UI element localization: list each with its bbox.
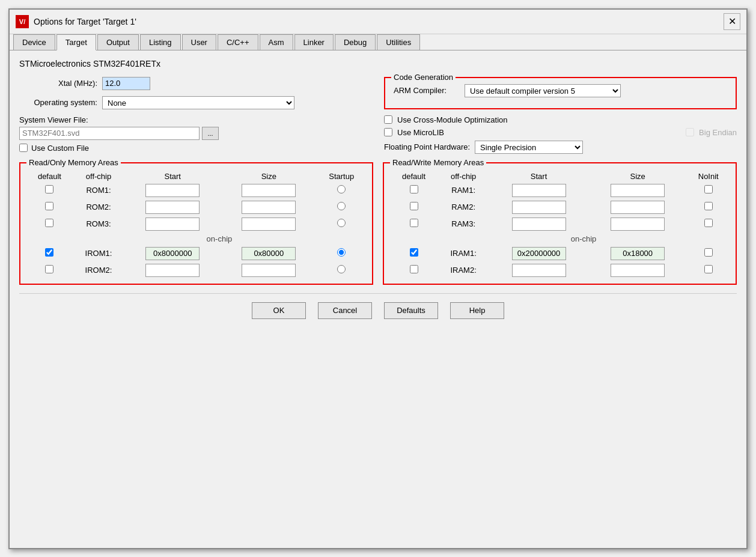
tab-output[interactable]: Output [97,34,139,50]
read-write-title: Read/Write Memory Areas [390,158,486,167]
rom2-start-input[interactable] [145,201,200,214]
irom1-default-check[interactable] [45,248,53,257]
cross-module-checkbox[interactable] [384,115,392,124]
iram1-start-input[interactable] [512,247,566,260]
right-top-panel: Code Generation ARM Compiler: Use defaul… [384,77,737,154]
iram2-start-input[interactable] [512,264,566,277]
read-write-table: default off-chip Start Size NoInit RAM1: [390,171,730,279]
svd-browse-button[interactable]: ... [202,127,219,140]
use-custom-checkbox[interactable] [19,144,28,152]
rom1-default-check[interactable] [45,185,53,193]
rom3-size-input[interactable] [242,218,296,231]
tab-cpp[interactable]: C/C++ [218,34,258,50]
tab-listing[interactable]: Listing [140,34,181,50]
iram1-default-check[interactable] [410,248,418,257]
big-endian-checkbox[interactable] [686,128,694,136]
iram2-label: IRAM2: [437,262,489,279]
irom2-startup-radio[interactable] [337,265,346,273]
ram1-default-check[interactable] [410,185,418,193]
rom2-startup-radio[interactable] [337,202,346,210]
rom1-size-input[interactable] [242,184,296,197]
fpu-select[interactable]: Not Used Single Precision Double Precisi… [475,141,583,154]
rom3-default-check[interactable] [45,219,53,227]
tab-linker[interactable]: Linker [294,34,334,50]
rom3-startup-radio[interactable] [337,219,346,227]
irom1-startup-radio[interactable] [337,248,346,257]
rom2-default-check[interactable] [45,202,53,210]
irom2-label: IROM2: [73,262,124,279]
irom2-start-input[interactable] [145,264,200,277]
tab-utilities[interactable]: Utilities [377,34,420,50]
rom1-start-input[interactable] [145,184,200,197]
tab-user[interactable]: User [182,34,216,50]
ram2-start-input[interactable] [512,201,566,214]
os-select[interactable]: None RTX Kernel CMSIS-RTOS RTX [102,96,294,109]
ram3-noinit-check[interactable] [704,219,713,227]
ro-col-default: default [26,171,73,182]
irom2-default-check[interactable] [45,265,53,273]
cross-module-label: Use Cross-Module Optimization [397,115,508,124]
iram2-size-input[interactable] [611,264,665,277]
rw-col-size: Size [588,171,687,182]
tab-asm[interactable]: Asm [260,34,293,50]
table-row: RAM1: [390,182,730,199]
ram2-default-check[interactable] [410,202,418,210]
content-area: STMicroelectronics STM32F401RETx Xtal (M… [10,50,746,336]
read-only-table: default off-chip Start Size Startup ROM1… [26,171,366,279]
svd-input[interactable] [19,127,200,140]
rom2-label: ROM2: [73,199,124,216]
microlib-label: Use MicroLIB [397,128,444,137]
tab-device[interactable]: Device [13,34,55,50]
top-section: Xtal (MHz): Operating system: None RTX K… [19,77,737,154]
left-top-panel: Xtal (MHz): Operating system: None RTX K… [19,77,372,154]
bottom-bar: OK Cancel Defaults Help [19,293,737,327]
ram3-start-input[interactable] [512,218,566,231]
ram2-noinit-check[interactable] [704,202,713,210]
iram1-size-input[interactable] [611,247,665,260]
irom2-size-input[interactable] [242,264,296,277]
microlib-checkbox[interactable] [384,128,392,136]
close-button[interactable]: ✕ [724,13,740,30]
tab-debug[interactable]: Debug [335,34,376,50]
iram2-noinit-check[interactable] [704,265,713,273]
compiler-select[interactable]: Use default compiler version 5 Use defau… [465,84,621,97]
table-row: IRAM2: [390,262,730,279]
table-row: RAM2: [390,199,730,216]
tab-target[interactable]: Target [56,34,96,50]
xtal-input[interactable] [102,77,150,90]
rom3-start-input[interactable] [145,218,200,231]
ram3-label: RAM3: [437,216,489,233]
iram2-default-check[interactable] [410,265,418,273]
svd-input-wrap: ... [19,127,372,140]
rom1-startup-radio[interactable] [337,185,346,193]
read-write-box: Read/Write Memory Areas default off-chip… [383,162,737,285]
iram1-label: IRAM1: [437,245,489,262]
help-button[interactable]: Help [450,302,504,319]
ram1-size-input[interactable] [611,184,665,197]
irom1-label: IROM1: [73,245,124,262]
ram3-size-input[interactable] [611,218,665,231]
ro-col-startup: Startup [317,171,366,182]
ram3-default-check[interactable] [410,219,418,227]
ram2-size-input[interactable] [611,201,665,214]
table-row: ROM2: [26,199,366,216]
iram1-noinit-check[interactable] [704,248,713,257]
ram1-start-input[interactable] [512,184,566,197]
fpu-row: Floating Point Hardware: Not Used Single… [384,141,737,154]
cancel-button[interactable]: Cancel [318,302,372,319]
compiler-row: ARM Compiler: Use default compiler versi… [394,84,727,97]
table-row: IROM1: [26,245,366,262]
irom1-size-input[interactable] [242,247,296,260]
defaults-button[interactable]: Defaults [384,302,438,319]
rw-col-start: Start [489,171,588,182]
ram1-noinit-check[interactable] [704,185,713,193]
ro-col-size: Size [221,171,317,182]
ro-col-offchip: off-chip [73,171,124,182]
ok-button[interactable]: OK [252,302,306,319]
ro-onchip-label: on-chip [73,233,366,245]
rw-col-offchip: off-chip [437,171,489,182]
table-row: IRAM1: [390,245,730,262]
irom1-start-input[interactable] [145,247,200,260]
os-row: Operating system: None RTX Kernel CMSIS-… [19,96,372,109]
rom2-size-input[interactable] [242,201,296,214]
